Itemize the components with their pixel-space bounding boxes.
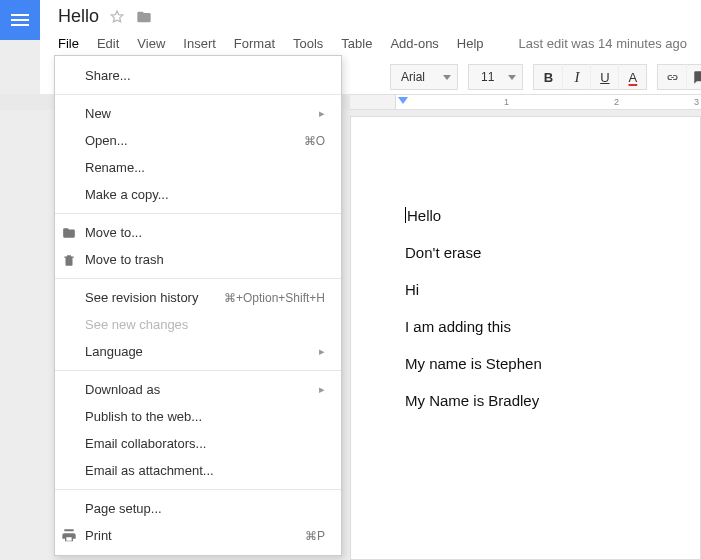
document-line[interactable]: My Name is Bradley bbox=[405, 392, 700, 409]
font-selector[interactable]: Arial bbox=[390, 64, 458, 90]
file-menu-language[interactable]: Language▸ bbox=[55, 338, 341, 365]
file-menu-print[interactable]: Print⌘P bbox=[55, 522, 341, 549]
menu-edit[interactable]: Edit bbox=[97, 36, 119, 51]
chevron-down-icon bbox=[443, 75, 451, 80]
menubar: File Edit View Insert Format Tools Table… bbox=[58, 36, 484, 51]
file-menu-email-attach[interactable]: Email as attachment... bbox=[55, 457, 341, 484]
toolbar: Arial 11 B I U A bbox=[390, 62, 701, 92]
file-menu-move-to[interactable]: Move to... bbox=[55, 219, 341, 246]
document-page[interactable]: Hello Don't erase Hi I am adding this My… bbox=[350, 116, 701, 560]
document-line[interactable]: I am adding this bbox=[405, 318, 700, 335]
last-edit-label[interactable]: Last edit was 14 minutes ago bbox=[519, 36, 687, 51]
file-menu-email-collab[interactable]: Email collaborators... bbox=[55, 430, 341, 457]
folder-icon[interactable] bbox=[135, 9, 153, 25]
indent-marker-icon[interactable] bbox=[398, 97, 408, 104]
file-menu-open[interactable]: Open...⌘O bbox=[55, 127, 341, 154]
text-style-group: B I U A bbox=[533, 64, 647, 90]
menu-tools[interactable]: Tools bbox=[293, 36, 323, 51]
underline-button[interactable]: U bbox=[590, 64, 618, 90]
font-name: Arial bbox=[401, 70, 425, 84]
menu-table[interactable]: Table bbox=[341, 36, 372, 51]
shortcut-label: ⌘+Option+Shift+H bbox=[224, 291, 325, 305]
star-icon[interactable] bbox=[109, 9, 125, 25]
menu-addons[interactable]: Add-ons bbox=[390, 36, 438, 51]
print-icon bbox=[61, 528, 77, 544]
menu-format[interactable]: Format bbox=[234, 36, 275, 51]
ruler-mark: 2 bbox=[614, 97, 619, 107]
document-line[interactable]: Hi bbox=[405, 281, 700, 298]
menu-help[interactable]: Help bbox=[457, 36, 484, 51]
ruler-mark: 3 bbox=[694, 97, 699, 107]
italic-button[interactable]: I bbox=[562, 64, 590, 90]
file-menu-trash[interactable]: Move to trash bbox=[55, 246, 341, 273]
menu-view[interactable]: View bbox=[137, 36, 165, 51]
insert-link-button[interactable] bbox=[658, 64, 686, 90]
submenu-arrow-icon: ▸ bbox=[319, 345, 325, 358]
document-line[interactable]: Don't erase bbox=[405, 244, 700, 261]
file-menu-page-setup[interactable]: Page setup... bbox=[55, 495, 341, 522]
file-menu-new[interactable]: New▸ bbox=[55, 100, 341, 127]
document-line[interactable]: My name is Stephen bbox=[405, 355, 700, 372]
font-size-selector[interactable]: 11 bbox=[468, 64, 523, 90]
insert-comment-button[interactable] bbox=[686, 64, 701, 90]
chevron-down-icon bbox=[508, 75, 516, 80]
file-menu-rename[interactable]: Rename... bbox=[55, 154, 341, 181]
document-line[interactable]: Hello bbox=[405, 207, 700, 224]
file-menu-publish[interactable]: Publish to the web... bbox=[55, 403, 341, 430]
shortcut-label: ⌘P bbox=[305, 529, 325, 543]
hamburger-icon bbox=[11, 14, 29, 26]
file-menu-revision-history[interactable]: See revision history⌘+Option+Shift+H bbox=[55, 284, 341, 311]
text-color-button[interactable]: A bbox=[618, 64, 646, 90]
app-menu-button[interactable] bbox=[0, 0, 40, 40]
menu-file[interactable]: File bbox=[58, 36, 79, 51]
link-group bbox=[657, 64, 701, 90]
file-menu-dropdown: Share... New▸ Open...⌘O Rename... Make a… bbox=[54, 55, 342, 556]
menu-insert[interactable]: Insert bbox=[183, 36, 216, 51]
submenu-arrow-icon: ▸ bbox=[319, 383, 325, 396]
bold-button[interactable]: B bbox=[534, 64, 562, 90]
shortcut-label: ⌘O bbox=[304, 134, 325, 148]
submenu-arrow-icon: ▸ bbox=[319, 107, 325, 120]
font-size: 11 bbox=[481, 70, 494, 84]
trash-icon bbox=[61, 252, 77, 268]
file-menu-share[interactable]: Share... bbox=[55, 62, 341, 89]
text-cursor bbox=[405, 207, 406, 223]
ruler-mark: 1 bbox=[504, 97, 509, 107]
file-menu-new-changes: See new changes bbox=[55, 311, 341, 338]
file-menu-download-as[interactable]: Download as▸ bbox=[55, 376, 341, 403]
document-title[interactable]: Hello bbox=[58, 6, 99, 27]
ruler[interactable]: 1 2 3 bbox=[350, 94, 701, 110]
folder-icon bbox=[61, 225, 77, 241]
file-menu-make-copy[interactable]: Make a copy... bbox=[55, 181, 341, 208]
